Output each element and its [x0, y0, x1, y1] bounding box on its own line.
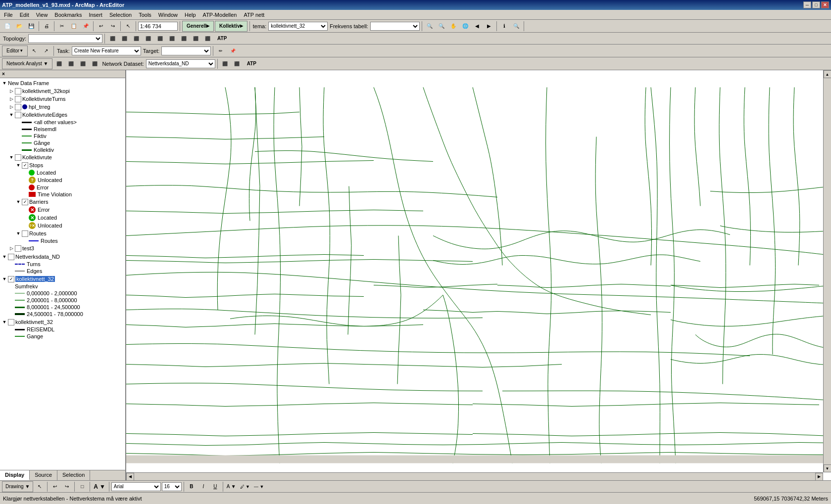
zoom-out-button[interactable]: 🔍: [436, 21, 447, 32]
redo-button[interactable]: ↪: [107, 21, 118, 32]
na-atp[interactable]: ATP: [244, 58, 260, 69]
na-btn4[interactable]: ⬛: [89, 58, 100, 69]
toc-new-data-frame[interactable]: ▼ New Data Frame: [1, 79, 124, 87]
cb-nd[interactable]: [8, 254, 14, 260]
map-horizontal-scrollbar[interactable]: ◀ ▶: [126, 472, 823, 480]
expand-32kopi[interactable]: ▷: [8, 88, 15, 94]
menu-atp-nett[interactable]: ATP nett: [241, 11, 268, 19]
save-button[interactable]: 💾: [26, 21, 37, 32]
na-dropdown[interactable]: Network Analyst ▼: [2, 58, 52, 69]
menu-help[interactable]: Help: [182, 11, 199, 19]
snap-btn[interactable]: 📌: [227, 46, 238, 56]
toc-kn32-unchecked[interactable]: ▼ kollektivnett_32: [1, 318, 124, 326]
na-btn6[interactable]: ⬛: [232, 58, 243, 69]
toc-kollektivrute-turns[interactable]: ▷ KollektivruteTurns: [1, 95, 124, 103]
expand-routes-group[interactable]: ▼: [15, 230, 22, 237]
cb-turns[interactable]: [15, 96, 21, 102]
cb-edges[interactable]: [15, 112, 21, 118]
na-btn3[interactable]: ⬛: [77, 58, 88, 69]
na-btn5[interactable]: ⬛: [220, 58, 231, 69]
topo-btn-5[interactable]: ⬛: [154, 33, 165, 44]
tab-source[interactable]: Source: [30, 470, 57, 480]
topo-btn-1[interactable]: ⬛: [107, 33, 118, 44]
topo-btn-8[interactable]: ⬛: [190, 33, 201, 44]
full-extent-button[interactable]: 🌐: [460, 21, 471, 32]
topo-btn-9[interactable]: ⬛: [202, 33, 213, 44]
cb-32kopi[interactable]: [15, 88, 21, 94]
menu-file[interactable]: File: [1, 11, 16, 19]
bold-button[interactable]: B: [186, 481, 197, 492]
cb-kollektivrute[interactable]: [15, 154, 21, 161]
pointer-button[interactable]: ↖: [123, 21, 134, 32]
draw-A[interactable]: A ▼: [92, 481, 106, 492]
map-view[interactable]: [126, 70, 831, 480]
scroll-right-arrow[interactable]: ▶: [815, 473, 823, 481]
toc-stops[interactable]: ▼ Stops: [1, 161, 124, 169]
edit-ptr2[interactable]: ↗: [41, 46, 51, 56]
draw-pointer[interactable]: ↖: [34, 481, 45, 492]
cb-kn32-unchecked[interactable]: [8, 319, 14, 325]
toc-kn32-checked[interactable]: ▼ kollektivnett_32: [1, 275, 124, 283]
cut-button[interactable]: ✂: [56, 21, 67, 32]
na-btn2[interactable]: ⬛: [65, 58, 76, 69]
cb-kn32-checked[interactable]: [8, 276, 14, 282]
menu-insert[interactable]: Insert: [86, 11, 105, 19]
menu-selection[interactable]: Selection: [106, 11, 135, 19]
toc-hpl-trreg[interactable]: ▷ hpl_trreg: [1, 103, 124, 111]
expand-edges[interactable]: ▼: [8, 111, 15, 118]
topo-btn-2[interactable]: ⬛: [119, 33, 130, 44]
tab-display[interactable]: Display: [0, 470, 30, 480]
cb-test3[interactable]: [15, 245, 21, 252]
scroll-up-arrow[interactable]: ▲: [824, 70, 831, 78]
print-button[interactable]: 🖨: [41, 21, 52, 32]
expand-kn32-unchecked[interactable]: ▼: [1, 319, 8, 325]
toc-test3[interactable]: ▷ test3: [1, 244, 124, 252]
underline-button[interactable]: U: [210, 481, 221, 492]
expand-ndf[interactable]: ▼: [1, 80, 8, 87]
expand-kn32-checked[interactable]: ▼: [1, 275, 8, 282]
draw-redo[interactable]: ↪: [61, 481, 72, 492]
generell-button[interactable]: Generell ▶: [182, 21, 214, 32]
open-button[interactable]: 📂: [14, 21, 25, 32]
font-select[interactable]: Arial: [111, 482, 161, 491]
topo-btn-4[interactable]: ⬛: [143, 33, 153, 44]
nd-select[interactable]: Nettverksdata_ND: [146, 59, 215, 68]
close-button[interactable]: ✕: [821, 1, 829, 8]
scale-input[interactable]: [138, 22, 178, 31]
map-vertical-scrollbar[interactable]: ▲ ▼: [823, 70, 831, 472]
draw-rect[interactable]: □: [77, 481, 88, 492]
task-select[interactable]: Create New Feature: [72, 46, 141, 55]
expand-hpl[interactable]: ▷: [8, 103, 15, 110]
menu-view[interactable]: View: [33, 11, 51, 19]
cb-barriers[interactable]: [22, 199, 28, 205]
pan-button[interactable]: ✋: [448, 21, 459, 32]
expand-test3[interactable]: ▷: [8, 245, 15, 252]
cb-hpl[interactable]: [15, 104, 21, 110]
expand-barriers[interactable]: ▼: [15, 198, 22, 205]
menu-edit[interactable]: Edit: [17, 11, 32, 19]
back-button[interactable]: ◀: [472, 21, 483, 32]
topology-select[interactable]: [28, 34, 102, 43]
scroll-left-arrow[interactable]: ◀: [126, 473, 134, 481]
expand-nd[interactable]: ▼: [1, 253, 8, 260]
menu-window[interactable]: Window: [155, 11, 181, 19]
expand-kollektivrute[interactable]: ▼: [8, 154, 15, 161]
edit-pointer[interactable]: ↖: [29, 46, 40, 56]
minimize-button[interactable]: ─: [803, 1, 811, 8]
italic-button[interactable]: I: [198, 481, 209, 492]
cb-stops[interactable]: [22, 162, 28, 169]
toc-routes-group[interactable]: ▼ Routes: [1, 229, 124, 237]
topo-btn-3[interactable]: ⬛: [131, 33, 142, 44]
draw-undo[interactable]: ↩: [49, 481, 60, 492]
toc-kollektivrute[interactable]: ▼ Kollektivrute: [1, 153, 124, 161]
cb-routes-group[interactable]: [22, 230, 28, 237]
toc-kollektivnett-32kopi[interactable]: ▷ kollektivnett_32kopi: [1, 87, 124, 95]
new-button[interactable]: 📄: [2, 21, 13, 32]
paste-button[interactable]: 📌: [80, 21, 91, 32]
editor-dropdown[interactable]: Editor ▼: [2, 46, 28, 56]
expand-turns[interactable]: ▷: [8, 95, 15, 102]
forward-button[interactable]: ▶: [484, 21, 494, 32]
menu-tools[interactable]: Tools: [136, 11, 154, 19]
toc-nd-frame[interactable]: ▼ Nettverksdata_ND: [1, 253, 124, 261]
scroll-down-arrow[interactable]: ▼: [824, 464, 831, 472]
